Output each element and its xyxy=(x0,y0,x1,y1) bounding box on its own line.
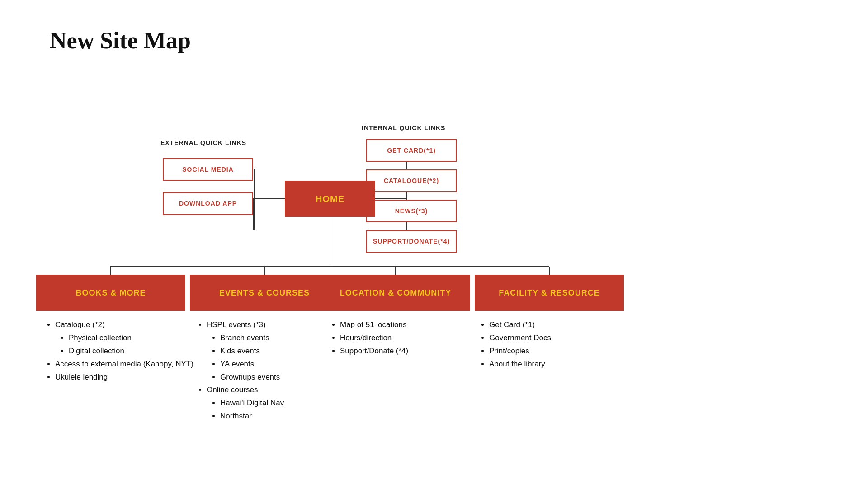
diagram: EXTERNAL QUICK LINKS SOCIAL MEDIA DOWNLO… xyxy=(0,63,868,470)
home-node[interactable]: HOME xyxy=(285,181,375,217)
location-list: Map of 51 locations Hours/direction Supp… xyxy=(330,319,457,358)
download-app-box[interactable]: DOWNLOAD APP xyxy=(163,192,253,215)
catalogue-box[interactable]: CATALOGUE(*2) xyxy=(366,169,457,192)
social-media-box[interactable]: SOCIAL MEDIA xyxy=(163,158,253,181)
events-nav-box[interactable]: EVENTS & COURSES xyxy=(190,275,339,311)
external-quick-links-label: EXTERNAL QUICK LINKS xyxy=(160,139,246,146)
support-donate-box[interactable]: SUPPORT/DONATE(*4) xyxy=(366,230,457,253)
facility-nav-box[interactable]: FACILITY & RESOURCE xyxy=(475,275,624,311)
internal-quick-links-label: INTERNAL QUICK LINKS xyxy=(362,124,445,131)
books-nav-box[interactable]: BOOKS & MORE xyxy=(36,275,185,311)
books-list: Catalogue (*2) Physical collection Digit… xyxy=(45,319,194,384)
page-title: New Site Map xyxy=(50,27,191,54)
facility-list: Get Card (*1) Government Docs Print/copi… xyxy=(479,319,606,371)
location-nav-box[interactable]: LOCATION & COMMUNITY xyxy=(321,275,470,311)
events-list: HSPL events (*3) Branch events Kids even… xyxy=(197,319,323,423)
get-card-box[interactable]: GET CARD(*1) xyxy=(366,139,457,162)
news-box[interactable]: NEWS(*3) xyxy=(366,200,457,222)
